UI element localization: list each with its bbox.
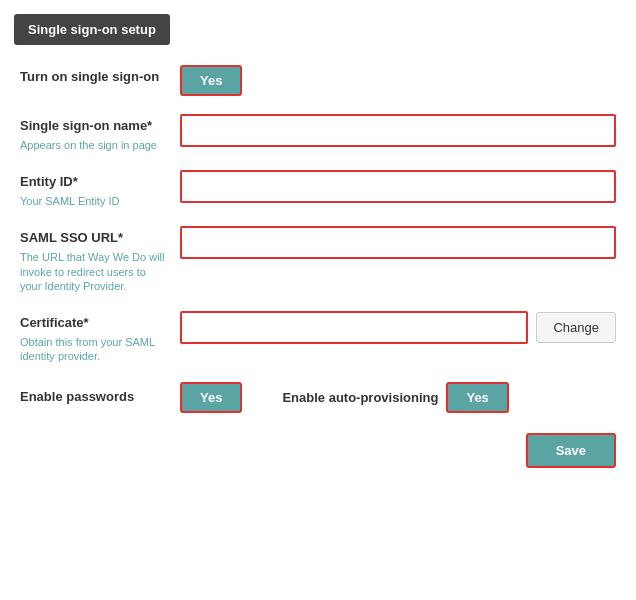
- enable-passwords-toggle[interactable]: Yes: [180, 382, 242, 413]
- form-container: Turn on single sign-on Yes Single sign-o…: [0, 45, 636, 488]
- sso-name-label: Single sign-on name*: [20, 118, 170, 135]
- sso-name-input[interactable]: [180, 114, 616, 147]
- sso-name-sublabel: Appears on the sign in page: [20, 138, 170, 152]
- sso-name-input-col: [180, 114, 616, 147]
- entity-id-input-col: [180, 170, 616, 203]
- entity-id-label-col: Entity ID* Your SAML Entity ID: [20, 170, 180, 208]
- certificate-sublabel: Obtain this from your SAML identity prov…: [20, 335, 170, 364]
- save-button[interactable]: Save: [526, 433, 616, 468]
- saml-sso-url-sublabel: The URL that Way We Do will invoke to re…: [20, 250, 170, 293]
- page-container: Single sign-on setup Turn on single sign…: [0, 0, 636, 600]
- page-title: Single sign-on setup: [14, 14, 170, 45]
- bottom-row: Enable passwords Yes Enable auto-provisi…: [20, 382, 616, 413]
- turn-on-sso-toggle[interactable]: Yes: [180, 65, 242, 96]
- saml-sso-url-input[interactable]: [180, 226, 616, 259]
- entity-id-input[interactable]: [180, 170, 616, 203]
- turn-on-sso-row: Turn on single sign-on Yes: [20, 65, 616, 96]
- save-row: Save: [20, 433, 616, 468]
- saml-sso-url-input-col: [180, 226, 616, 259]
- entity-id-row: Entity ID* Your SAML Entity ID: [20, 170, 616, 208]
- certificate-row: Certificate* Obtain this from your SAML …: [20, 311, 616, 363]
- saml-sso-url-row: SAML SSO URL* The URL that Way We Do wil…: [20, 226, 616, 293]
- change-button[interactable]: Change: [536, 312, 616, 343]
- sso-name-row: Single sign-on name* Appears on the sign…: [20, 114, 616, 152]
- saml-sso-url-label-col: SAML SSO URL* The URL that Way We Do wil…: [20, 226, 180, 293]
- enable-auto-provisioning-label: Enable auto-provisioning: [282, 390, 438, 405]
- certificate-label: Certificate*: [20, 315, 170, 332]
- enable-passwords-toggle-col: Yes: [180, 382, 242, 413]
- turn-on-sso-input-col: Yes: [180, 65, 616, 96]
- saml-sso-url-label: SAML SSO URL*: [20, 230, 170, 247]
- certificate-label-col: Certificate* Obtain this from your SAML …: [20, 311, 180, 363]
- entity-id-label: Entity ID*: [20, 174, 170, 191]
- certificate-input-col: Change: [180, 311, 616, 344]
- cert-row: Change: [180, 311, 616, 344]
- certificate-input[interactable]: [180, 311, 528, 344]
- enable-auto-provisioning-toggle[interactable]: Yes: [446, 382, 508, 413]
- turn-on-sso-label: Turn on single sign-on: [20, 69, 170, 86]
- enable-auto-provisioning-col: Enable auto-provisioning Yes: [282, 382, 616, 413]
- turn-on-sso-label-col: Turn on single sign-on: [20, 65, 180, 86]
- sso-name-label-col: Single sign-on name* Appears on the sign…: [20, 114, 180, 152]
- enable-passwords-label: Enable passwords: [20, 389, 180, 406]
- entity-id-sublabel: Your SAML Entity ID: [20, 194, 170, 208]
